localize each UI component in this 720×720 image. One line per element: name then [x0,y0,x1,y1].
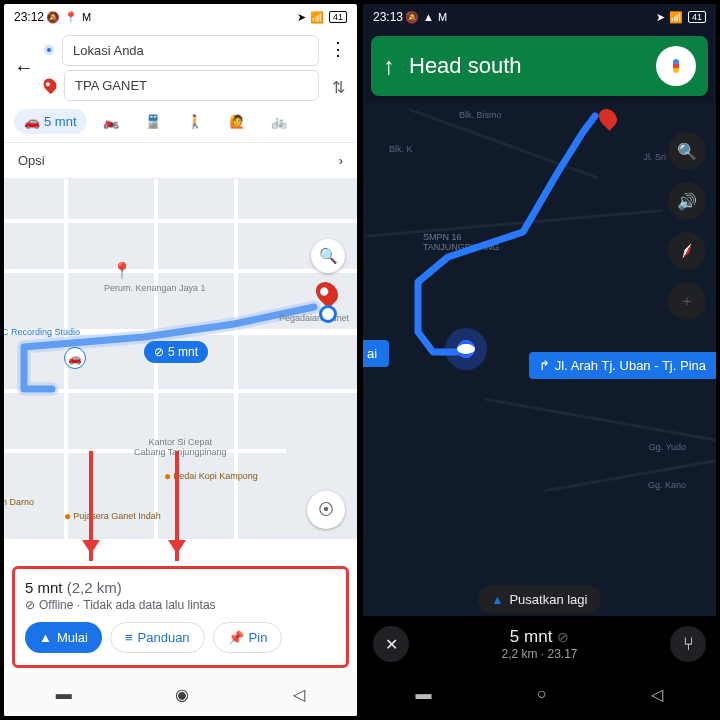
destination-circle-icon [319,305,337,323]
map-search-button[interactable]: 🔍 [311,239,345,273]
sound-button[interactable]: 🔊 [668,182,706,220]
place-pegadaian: Pegadaian Ganet [279,313,349,323]
list-icon: ≡ [125,630,133,645]
gmail-icon: M [438,11,447,23]
nav-subinfo: 2,2 km · 23.17 [409,647,670,661]
offline-text: Offline · Tidak ada data lalu lintas [39,598,216,612]
bike-icon: 🚲 [271,114,287,129]
start-button[interactable]: ▲Mulai [25,622,102,653]
offline-cloud-icon: ⊘ [25,598,35,612]
arrow-up-icon: ↑ [383,52,395,80]
recents-button[interactable]: ▬ [56,685,72,703]
motorcycle-icon: 🏍️ [103,114,119,129]
mode-bike[interactable]: 🚲 [261,109,297,134]
android-nav-bar: ▬ ○ ◁ [363,672,716,716]
place-darno: n Darno [4,497,34,507]
home-button[interactable]: ◉ [175,685,189,704]
place-pujasera: Pujasera Ganet Indah [73,511,161,521]
back-nav-button[interactable]: ◁ [651,685,663,704]
voice-button[interactable] [656,46,696,86]
nav-icon: ➤ [656,11,665,24]
origin-input[interactable]: Lokasi Anda [62,35,319,66]
turn-right-icon: ↱ [539,358,550,373]
android-nav-bar: ▬ ◉ ◁ [4,672,357,716]
location-icon: 📍 [64,11,78,24]
compass-icon [675,239,700,264]
route-time-badge: ⊘5 mnt [144,341,208,363]
left-street-chip: ai [363,340,389,367]
parking-pin-icon: 📍 [112,261,132,280]
close-nav-button[interactable]: ✕ [373,626,409,662]
route-time-label: 5 mnt [168,345,198,359]
destination-input[interactable]: TPA GANET [64,70,319,101]
trip-time: 5 mnt [25,579,63,596]
street-name-text: Jl. Arah Tj. Uban - Tj. Pina [555,358,706,373]
dnd-icon: 🔕 [405,11,419,24]
offline-cloud-icon: ⊘ [557,629,569,645]
nav-map-canvas[interactable]: Blk. Bismo Jl. Sri Blk. K SMPN 16 TANJUN… [363,102,716,630]
mode-walk[interactable]: 🚶 [177,109,213,134]
nav-time: 5 mnt [510,627,553,646]
nav-search-button[interactable]: 🔍 [668,132,706,170]
place-perum: Perum. Kenangan Jaya 1 [104,283,206,293]
nav-icon: ➤ [297,11,306,24]
right-screenshot: 23:13 🔕 ▲ M ➤ 📶 41 ↑ Head south Lalu↑ Bl… [363,4,716,716]
battery: 41 [688,11,706,23]
trip-info: 5 mnt ⊘ 2,2 km · 23.17 [409,627,670,661]
recenter-button[interactable]: ▲Pusatkan lagi [478,585,602,614]
more-button[interactable]: ⋮ [325,34,351,64]
mode-motorcycle[interactable]: 🏍️ [93,109,129,134]
recents-button[interactable]: ▬ [416,685,432,703]
battery: 41 [329,11,347,23]
options-row[interactable]: Opsi › [4,142,357,179]
start-label: Mulai [57,630,88,645]
navigate-icon: ▲ [39,630,52,645]
clock: 23:12 [14,10,44,24]
direction-banner[interactable]: ↑ Head south [371,36,708,96]
annotation-arrow-icon [89,451,93,561]
walk-icon: 🚶 [187,114,203,129]
steps-button[interactable]: ≡Panduan [110,622,205,653]
compass-button[interactable] [668,232,706,270]
pin-button[interactable]: 📌Pin [213,622,283,653]
bottom-sheet[interactable]: 5 mnt (2,2 km) ⊘Offline · Tidak ada data… [12,566,349,668]
mode-car[interactable]: 🚗5 mnt [14,109,87,134]
street-yudo: Gg. Yudo [649,442,686,452]
back-nav-button[interactable]: ◁ [293,685,305,704]
trip-summary: 5 mnt (2,2 km) [25,579,336,596]
offline-cloud-icon: ⊘ [154,345,164,359]
direction-text: Head south [409,53,642,79]
my-location-button[interactable]: ⦿ [307,491,345,529]
train-icon: 🚆 [145,114,161,129]
swap-button[interactable]: ⇅ [328,74,349,101]
pin-icon: 📌 [228,630,244,645]
street-kano: Gg. Kano [648,480,686,490]
search-header: ← Lokasi Anda TPA GANET ⋮ ⇅ [4,30,357,105]
vehicle-icon: 🚗 [64,347,86,369]
nav-bottom-bar[interactable]: ✕ 5 mnt ⊘ 2,2 km · 23.17 ⑂ [363,616,716,672]
poi-pin-icon: ● [64,509,71,523]
mode-ride[interactable]: 🙋 [219,109,255,134]
map-canvas[interactable]: Perum. Kenangan Jaya 1 C Recording Studi… [4,179,357,539]
gmail-icon: M [82,11,91,23]
mic-icon [673,59,679,73]
car-icon: 🚗 [24,114,40,129]
zoom-button[interactable]: ＋ [668,282,706,320]
place-sicepat: Kantor Si Cepat Cabang Tanjungpinang [134,437,226,457]
alt-routes-button[interactable]: ⑂ [670,626,706,662]
destination-pin-icon [41,76,59,94]
hail-icon: 🙋 [229,114,245,129]
street-name-chip: ↱Jl. Arah Tj. Uban - Tj. Pina [529,352,716,379]
nav-route-line [363,102,663,252]
recenter-label: Pusatkan lagi [509,592,587,607]
home-button[interactable]: ○ [537,685,547,703]
back-button[interactable]: ← [10,52,38,83]
warn-icon: ▲ [423,11,434,23]
place-kedai: Kedai Kopi Kampong [173,471,258,481]
offline-notice: ⊘Offline · Tidak ada data lalu lintas [25,598,336,612]
options-label: Opsi [18,153,45,168]
annotation-arrow-icon [175,451,179,561]
mode-transit[interactable]: 🚆 [135,109,171,134]
dnd-icon: 🔕 [46,11,60,24]
place-studio: C Recording Studio [4,327,80,337]
